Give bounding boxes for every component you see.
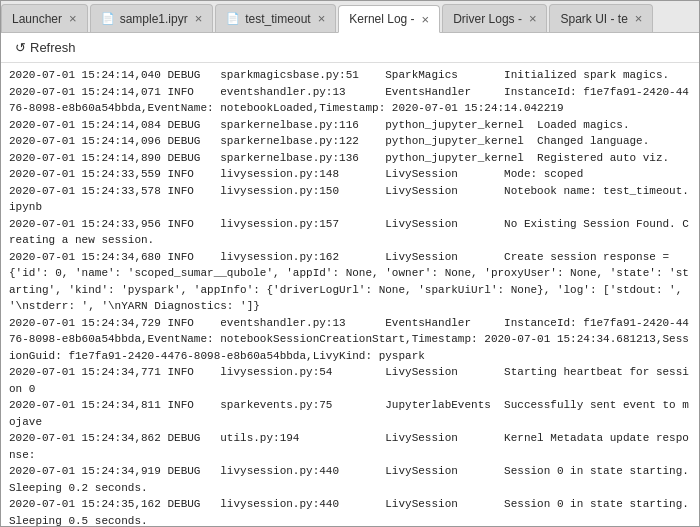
tab-driver-logs[interactable]: Driver Logs - × bbox=[442, 4, 547, 32]
refresh-button[interactable]: ↺ Refresh bbox=[9, 38, 82, 57]
log-text: 2020-07-01 15:24:14,040 DEBUG sparkmagic… bbox=[9, 67, 691, 526]
tab-sample1[interactable]: 📄 sample1.ipyr × bbox=[90, 4, 214, 32]
tab-kernel-log[interactable]: Kernel Log - × bbox=[338, 5, 440, 33]
tab-label: sample1.ipyr bbox=[120, 12, 188, 26]
tab-spark-ui[interactable]: Spark UI - te × bbox=[549, 4, 653, 32]
toolbar: ↺ Refresh bbox=[1, 33, 699, 63]
tab-close-icon[interactable]: × bbox=[69, 11, 77, 26]
tab-test-timeout[interactable]: 📄 test_timeout × bbox=[215, 4, 336, 32]
tab-launcher[interactable]: Launcher × bbox=[1, 4, 88, 32]
tab-close-icon[interactable]: × bbox=[195, 11, 203, 26]
tab-label: test_timeout bbox=[245, 12, 310, 26]
log-content-area[interactable]: 2020-07-01 15:24:14,040 DEBUG sparkmagic… bbox=[1, 63, 699, 526]
tab-bar: Launcher × 📄 sample1.ipyr × 📄 test_timeo… bbox=[1, 1, 699, 33]
refresh-icon: ↺ bbox=[15, 40, 26, 55]
tab-label: Launcher bbox=[12, 12, 62, 26]
file-icon: 📄 bbox=[226, 12, 240, 25]
tab-close-icon[interactable]: × bbox=[422, 12, 430, 27]
tab-close-icon[interactable]: × bbox=[318, 11, 326, 26]
tab-label: Driver Logs - bbox=[453, 12, 522, 26]
tab-close-icon[interactable]: × bbox=[529, 11, 537, 26]
main-window: Launcher × 📄 sample1.ipyr × 📄 test_timeo… bbox=[0, 0, 700, 527]
refresh-label: Refresh bbox=[30, 40, 76, 55]
tab-label: Spark UI - te bbox=[560, 12, 627, 26]
tab-close-icon[interactable]: × bbox=[635, 11, 643, 26]
tab-label: Kernel Log - bbox=[349, 12, 414, 26]
file-icon: 📄 bbox=[101, 12, 115, 25]
